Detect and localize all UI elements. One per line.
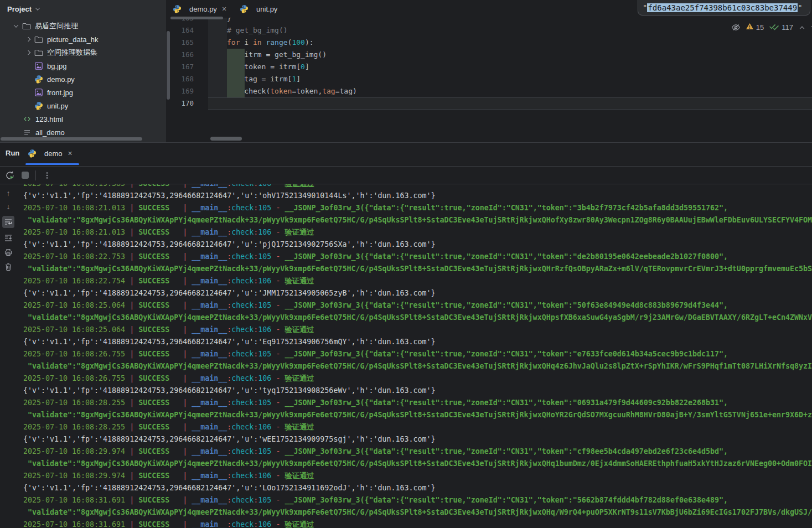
console-panel[interactable]: 2025-07-10 16:08:19.385 | SUCCESS | __ma… (17, 184, 812, 528)
tree-item-label: 123.html (35, 115, 63, 123)
code-editor[interactable]: 163164165166167168169170 }# get_bg_img()… (166, 18, 812, 143)
console-line: 2025-07-10 16:08:28.255 | SUCCESS | __ma… (23, 421, 812, 433)
warnings-indicator[interactable]: 15 (746, 22, 764, 32)
passed-count: 117 (782, 23, 793, 32)
tree-item-demo.py[interactable]: demo.py (0, 73, 166, 86)
code-line-166: itrm = get_bg_img() (227, 49, 327, 61)
console-line: "validate":"8gxMgwjCs36ABQyKiWXApPYj4qme… (23, 409, 812, 421)
editor-tab-unit.py[interactable]: unit.py (233, 0, 284, 18)
image-icon (34, 88, 43, 97)
line-number: 165 (166, 37, 194, 49)
tree-item-易盾空间推理[interactable]: 易盾空间推理 (0, 19, 166, 33)
tree-item-front.jpg[interactable]: front.jpg (0, 86, 166, 99)
code-line-163: } (227, 18, 231, 24)
textfile-icon (23, 128, 32, 137)
line-number: 167 (166, 61, 194, 73)
console-left-toolbar: ↑↓ (0, 184, 17, 528)
project-panel-header[interactable]: Project (0, 0, 166, 18)
editor-tab-label: demo.py (189, 5, 217, 13)
passed-indicator[interactable]: 117 (769, 22, 793, 32)
console-line: 2025-07-10 16:08:22.753 | SUCCESS | __ma… (23, 251, 812, 263)
tree-item-label: 易盾空间推理 (35, 21, 78, 31)
code-line-169: check(token=token,tag=tag) (227, 85, 357, 97)
console-line: 2025-07-10 16:08:25.064 | SUCCESS | __ma… (23, 324, 812, 336)
rerun-icon[interactable] (5, 170, 15, 180)
editor-tab-demo.py[interactable]: demo.py× (166, 0, 233, 18)
console-line: "validate":"8gxMgwjCs36ABQyKiWXApPYj4qme… (23, 263, 812, 275)
console-line: "validate":"8gxMgwjCs36ABQyKiWXApPYj4qme… (23, 506, 812, 519)
python-icon (173, 4, 182, 13)
console-line: 2025-07-10 16:08:25.064 | SUCCESS | __ma… (23, 299, 812, 312)
console-line: "validate":"8gxMgwjCs36ABQyKiWXApPYj4qme… (23, 214, 812, 226)
chevron-right-icon[interactable] (22, 38, 34, 41)
console-line: "validate":"8gxMgwjCs36ABQyKiWXApPYj4qme… (23, 312, 812, 324)
close-icon[interactable]: × (68, 149, 73, 158)
project-panel-title: Project (7, 5, 32, 13)
folder-icon (34, 48, 43, 57)
console-line: "validate":"8gxMgwjCs36ABQyKiWXApPYj4qme… (23, 360, 812, 372)
folder-icon (22, 22, 31, 30)
console-line: {'v':'v1.1','fp':'41888912424753,2964668… (23, 239, 812, 251)
console-line: 2025-07-10 16:08:21.013 | SUCCESS | __ma… (23, 226, 812, 239)
tab-strip-scrollbar[interactable] (170, 17, 223, 19)
clear-icon[interactable] (4, 262, 13, 271)
console-line: {'v':'v1.1','fp':'41888912424753,2964668… (23, 385, 812, 397)
code-line-167: token = itrm[0] (227, 61, 309, 73)
tree-item-bg.jpg[interactable]: bg.jpg (0, 59, 166, 73)
chevron-down-icon[interactable] (10, 24, 22, 28)
run-toolbar (0, 166, 812, 184)
toolbar-separator (35, 170, 36, 180)
run-tab-label: demo (44, 149, 63, 158)
tree-item-label: picture_data_hk (47, 35, 99, 44)
tree-item-123.html[interactable]: 123.html (0, 112, 166, 126)
down-arrow-icon[interactable]: ↓ (7, 203, 11, 210)
scroll-to-end-icon[interactable] (4, 234, 13, 242)
python-icon (34, 75, 43, 84)
warning-icon (746, 22, 754, 32)
console-line: {'v':'v1.1','fp':'41888912424753,2964668… (23, 287, 812, 299)
project-panel: Project 易盾空间推理picture_data_hk空间推理数据集bg.j… (0, 0, 166, 142)
console-line: {'v':'v1.1','fp':'41888912424753,2964668… (23, 336, 812, 348)
chevron-down-icon (35, 6, 40, 10)
prev-problem-chevron-icon[interactable] (800, 27, 804, 31)
html-icon (23, 115, 32, 123)
double-check-icon (769, 22, 779, 32)
editor-tab-label: unit.py (256, 5, 277, 13)
quote-close: " (798, 3, 802, 12)
console-line: 2025-07-10 16:08:26.755 | SUCCESS | __ma… (23, 348, 812, 360)
line-number: 169 (166, 85, 194, 97)
console-line: 2025-07-10 16:08:29.974 | SUCCESS | __ma… (23, 446, 812, 458)
up-arrow-icon[interactable]: ↑ (7, 189, 11, 197)
console-line: 2025-07-10 16:08:19.385 | SUCCESS | __ma… (23, 184, 812, 190)
value-tooltip-popup: "fd6a43ae25f74398b61c03c83be37449" (638, 0, 810, 15)
console-line: "validate":"8gxMgwjCs36ABQyKiWXApPYj4qme… (23, 458, 812, 470)
print-icon[interactable] (4, 248, 13, 257)
console-line: 2025-07-10 16:08:21.013 | SUCCESS | __ma… (23, 202, 812, 214)
tree-item-label: bg.jpg (47, 62, 66, 70)
python-icon (34, 101, 43, 110)
chevron-right-icon[interactable] (22, 51, 34, 54)
close-icon[interactable]: × (222, 4, 226, 13)
console-line: 2025-07-10 16:08:31.691 | SUCCESS | __ma… (23, 519, 812, 528)
more-options-icon[interactable] (43, 171, 51, 180)
inspections-widget: 15 117 (731, 21, 812, 33)
caret-line-highlight (208, 97, 812, 110)
console-line: {'v':'v1.1','fp':'41888912424753,2964668… (23, 433, 812, 446)
console-line: {'v':'v1.1','fp':'41888912424753,2964668… (23, 190, 812, 202)
selected-value-text[interactable]: fd6a43ae25f74398b61c03c83be37449 (647, 3, 798, 12)
console-output: 2025-07-10 16:08:19.385 | SUCCESS | __ma… (17, 184, 812, 528)
editor-horizontal-scrollbar[interactable] (210, 137, 242, 141)
run-toolwindow-header (0, 142, 812, 165)
soft-wrap-icon[interactable] (2, 216, 14, 228)
project-horizontal-scrollbar[interactable] (1, 137, 142, 141)
warnings-count: 15 (756, 23, 764, 32)
stop-icon[interactable] (22, 172, 29, 179)
highlighting-off-icon[interactable] (731, 23, 741, 32)
line-number: 168 (166, 73, 194, 85)
tree-item-picture_data_hk[interactable]: picture_data_hk (0, 33, 166, 46)
project-vertical-scrollbar[interactable] (167, 31, 170, 100)
python-icon (240, 4, 249, 13)
tree-item-unit.py[interactable]: unit.py (0, 99, 166, 112)
tree-item-空间推理数据集[interactable]: 空间推理数据集 (0, 46, 166, 59)
run-tab-demo[interactable]: demo × (28, 143, 73, 164)
